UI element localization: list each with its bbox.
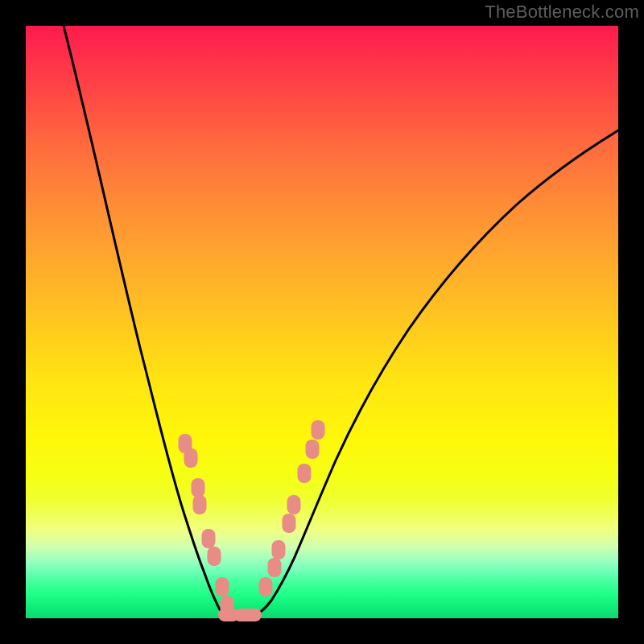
data-marker <box>184 448 197 468</box>
data-marker <box>193 495 207 514</box>
data-marker <box>272 540 286 559</box>
data-marker <box>297 464 311 483</box>
data-marker <box>259 577 273 597</box>
data-marker <box>268 558 282 577</box>
curve-right <box>232 130 618 617</box>
data-marker <box>215 577 229 597</box>
data-marker <box>282 514 295 533</box>
data-marker <box>202 529 216 548</box>
bottleneck-curve <box>26 26 618 618</box>
data-marker <box>241 609 262 621</box>
watermark-text: TheBottleneck.com <box>485 2 639 22</box>
plot-area <box>26 26 618 618</box>
site-watermark: TheBottleneck.com <box>485 2 639 23</box>
data-marker <box>208 547 221 566</box>
chart-container: TheBottleneck.com <box>0 0 644 644</box>
data-marker <box>287 495 300 514</box>
data-marker <box>306 440 320 459</box>
data-marker <box>311 420 324 440</box>
